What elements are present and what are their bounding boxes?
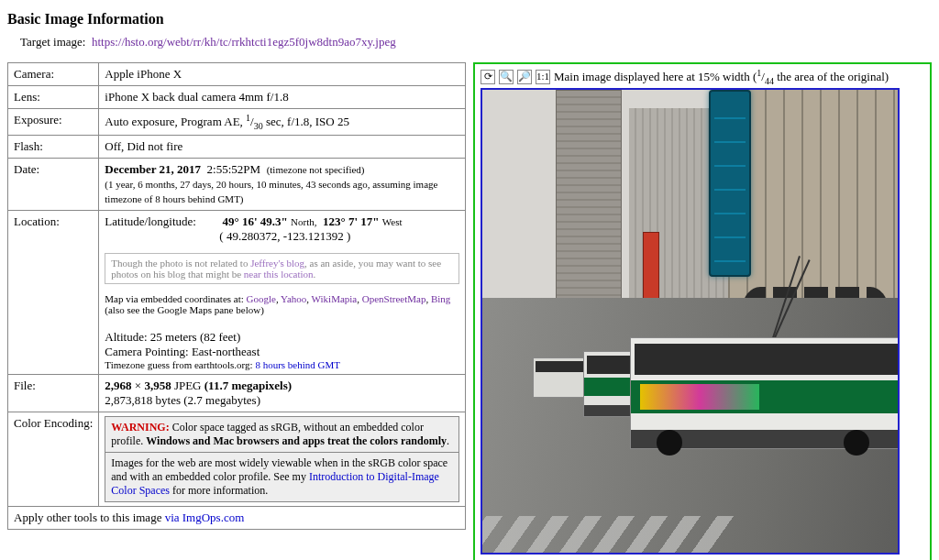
map-bing-link[interactable]: Bing <box>431 293 450 304</box>
footer-cell: Apply other tools to this image via ImgO… <box>8 506 466 529</box>
metadata-table: Camera: Apple iPhone X Lens: iPhone X ba… <box>7 62 466 530</box>
color-value: WARNING: Color space tagged as sRGB, wit… <box>99 412 466 506</box>
date-value: December 21, 2017 2:55:52PM (timezone no… <box>99 158 466 210</box>
scene-illustration <box>482 90 898 553</box>
date-label: Date: <box>8 158 99 210</box>
location-value: Latitude/longitude: 49° 16' 49.3" North,… <box>99 210 466 374</box>
exposure-value: Auto exposure, Program AE, 1/30 sec, f/1… <box>99 109 466 136</box>
flash-label: Flash: <box>8 135 99 158</box>
row-file: File: 2,968 × 3,958 JPEG (11.7 megapixel… <box>8 374 466 412</box>
page-title: Basic Image Information <box>7 11 932 27</box>
target-url-link[interactable]: https://hsto.org/webt/rr/kh/tc/rrkhtcti1… <box>92 35 396 49</box>
map-osm-link[interactable]: OpenStreetMap <box>362 293 426 304</box>
rotate-icon[interactable]: ⟳ <box>481 70 495 84</box>
row-color: Color Encoding: WARNING: Color space tag… <box>8 412 466 506</box>
row-footer: Apply other tools to this image via ImgO… <box>8 506 466 529</box>
lens-label: Lens: <box>8 86 99 109</box>
camera-label: Camera: <box>8 63 99 86</box>
row-flash: Flash: Off, Did not fire <box>8 135 466 158</box>
location-aside: Though the photo is not related to Jeffr… <box>105 253 459 284</box>
earthtools-tz-link[interactable]: 8 hours behind GMT <box>255 359 340 370</box>
location-label: Location: <box>8 210 99 374</box>
preview-panel: ⟳ 🔍 🔎 1:1 Main image displayed here at 1… <box>473 62 932 560</box>
jeffreys-blog-link[interactable]: Jeffrey's blog <box>250 258 304 269</box>
preview-caption: Main image displayed here at 15% width (… <box>554 68 889 86</box>
target-label: Target image: <box>20 35 85 49</box>
exposure-label: Exposure: <box>8 109 99 136</box>
file-value: 2,968 × 3,958 JPEG (11.7 megapixels) 2,8… <box>99 374 466 412</box>
map-google-link[interactable]: Google <box>247 293 276 304</box>
one-to-one-icon[interactable]: 1:1 <box>536 70 550 84</box>
lens-value: iPhone X back dual camera 4mm f/1.8 <box>99 86 466 109</box>
map-wikimapia-link[interactable]: WikiMapia <box>312 293 358 304</box>
row-camera: Camera: Apple iPhone X <box>8 63 466 86</box>
row-date: Date: December 21, 2017 2:55:52PM (timez… <box>8 158 466 210</box>
zoom-out-icon[interactable]: 🔍 <box>499 70 514 84</box>
row-location: Location: Latitude/longitude: 49° 16' 49… <box>8 210 466 374</box>
target-line: Target image: https://hsto.org/webt/rr/k… <box>20 35 932 49</box>
main-image[interactable] <box>481 88 900 555</box>
camera-value: Apple iPhone X <box>99 63 466 86</box>
imgops-link[interactable]: via ImgOps.com <box>165 511 245 524</box>
near-location-link[interactable]: near this location <box>244 269 314 280</box>
flash-value: Off, Did not fire <box>99 135 466 158</box>
zoom-in-icon[interactable]: 🔎 <box>517 70 532 84</box>
row-exposure: Exposure: Auto exposure, Program AE, 1/3… <box>8 109 466 136</box>
map-yahoo-link[interactable]: Yahoo <box>281 293 306 304</box>
row-lens: Lens: iPhone X back dual camera 4mm f/1.… <box>8 86 466 109</box>
color-label: Color Encoding: <box>8 412 99 506</box>
file-label: File: <box>8 374 99 412</box>
